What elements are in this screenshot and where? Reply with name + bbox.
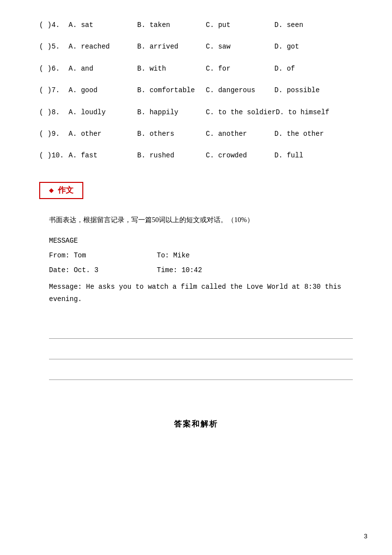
- q5-number: ( )5.: [39, 41, 69, 52]
- question-row-7: ( )7. A. good B. comfortable C. dangerou…: [39, 85, 353, 96]
- q5-optionD: D. got: [274, 41, 343, 52]
- q7-optionB: B. comfortable: [137, 85, 206, 96]
- message-block: MESSAGE From: Tom To: Mike Date: Oct. 3 …: [49, 237, 353, 305]
- q8-number: ( )8.: [39, 107, 69, 118]
- q5-optionA: A. reached: [69, 41, 137, 52]
- q6-optionA: A. and: [69, 63, 137, 74]
- q9-optionC: C. another: [206, 128, 274, 139]
- q9-options: A. other B. others C. another D. the oth…: [69, 128, 353, 139]
- q6-optionB: B. with: [137, 63, 206, 74]
- message-body: Message: He asks you to watch a film cal…: [49, 281, 353, 305]
- answer-section: 答案和解析: [39, 409, 353, 429]
- page: ( )4. A. sat B. taken C. put D. seen ( )…: [0, 0, 392, 555]
- q4-optionB: B. taken: [137, 20, 206, 30]
- writing-instruction: 书面表达，根据留言记录，写一篇50词以上的短文或对话。（10%）: [49, 214, 353, 226]
- q6-optionD: D. of: [274, 63, 343, 74]
- message-date-time-row: Date: Oct. 3 Time: 10:42: [49, 266, 353, 274]
- q5-optionB: B. arrived: [137, 41, 206, 52]
- writing-line-3[interactable]: [49, 361, 353, 380]
- q6-number: ( )6.: [39, 63, 69, 74]
- section-title: 作文: [58, 185, 74, 196]
- q8-optionD: D. to himself: [276, 107, 344, 118]
- message-label: MESSAGE: [49, 237, 353, 245]
- message-from: From: Tom: [49, 252, 157, 259]
- q5-options: A. reached B. arrived C. saw D. got: [69, 41, 353, 52]
- q6-optionC: C. for: [206, 63, 274, 74]
- writing-section-header: ◆ 作文: [39, 182, 83, 199]
- q4-number: ( )4.: [39, 20, 69, 30]
- questions-section: ( )4. A. sat B. taken C. put D. seen ( )…: [39, 20, 353, 161]
- q6-options: A. and B. with C. for D. of: [69, 63, 353, 74]
- q9-optionD: D. the other: [274, 128, 343, 139]
- q10-optionD: D. full: [274, 150, 343, 161]
- q8-optionA: A. loudly: [69, 107, 137, 118]
- q7-optionD: D. possible: [274, 85, 343, 96]
- writing-area: 书面表达，根据留言记录，写一篇50词以上的短文或对话。（10%） MESSAGE…: [39, 214, 353, 380]
- question-row-6: ( )6. A. and B. with C. for D. of: [39, 63, 353, 74]
- q10-optionC: C. crowded: [206, 150, 274, 161]
- q7-options: A. good B. comfortable C. dangerous D. p…: [69, 85, 353, 96]
- answer-title: 答案和解析: [174, 420, 218, 428]
- q9-optionB: B. others: [137, 128, 206, 139]
- message-to: To: Mike: [157, 252, 190, 259]
- q4-optionC: C. put: [206, 20, 274, 30]
- page-number: 3: [364, 533, 368, 540]
- writing-line-1[interactable]: [49, 320, 353, 339]
- question-row-10: ( )10. A. fast B. rushed C. crowded D. f…: [39, 150, 353, 161]
- q4-optionA: A. sat: [69, 20, 137, 30]
- message-time: Time: 10:42: [157, 266, 202, 274]
- q4-optionD: D. seen: [274, 20, 343, 30]
- q9-optionA: A. other: [69, 128, 137, 139]
- question-row-5: ( )5. A. reached B. arrived C. saw D. go…: [39, 41, 353, 52]
- question-row-8: ( )8. A. loudly B. happily C. to the sol…: [39, 107, 353, 118]
- writing-line-2[interactable]: [49, 341, 353, 359]
- message-from-to-row: From: Tom To: Mike: [49, 252, 353, 259]
- diamond-icon: ◆: [49, 185, 54, 195]
- q10-optionA: A. fast: [69, 150, 137, 161]
- q8-optionB: B. happily: [137, 107, 206, 118]
- q10-number: ( )10.: [39, 150, 69, 161]
- q7-optionA: A. good: [69, 85, 137, 96]
- q7-optionC: C. dangerous: [206, 85, 274, 96]
- question-row-4: ( )4. A. sat B. taken C. put D. seen: [39, 20, 353, 30]
- message-date: Date: Oct. 3: [49, 266, 157, 274]
- q8-options: A. loudly B. happily C. to the soldier D…: [69, 107, 353, 118]
- q8-optionC: C. to the soldier: [206, 107, 276, 118]
- question-row-9: ( )9. A. other B. others C. another D. t…: [39, 128, 353, 139]
- writing-lines: [49, 320, 353, 380]
- q10-options: A. fast B. rushed C. crowded D. full: [69, 150, 353, 161]
- q9-number: ( )9.: [39, 128, 69, 139]
- q7-number: ( )7.: [39, 85, 69, 96]
- q4-options: A. sat B. taken C. put D. seen: [69, 20, 353, 30]
- q5-optionC: C. saw: [206, 41, 274, 52]
- q10-optionB: B. rushed: [137, 150, 206, 161]
